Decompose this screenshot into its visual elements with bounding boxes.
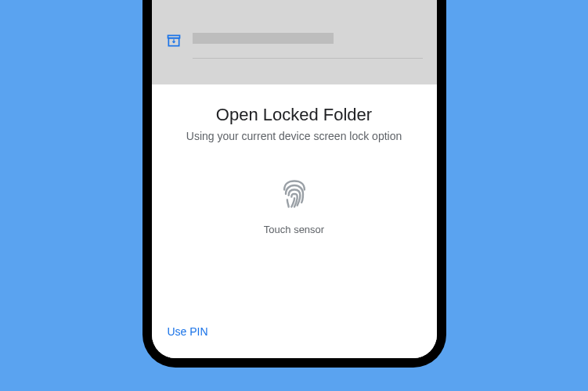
list-item — [152, 23, 437, 59]
phone-frame: Open Locked Folder Using your current de… — [142, 0, 446, 368]
archive-box-icon — [166, 33, 182, 48]
phone-screen: Open Locked Folder Using your current de… — [152, 0, 437, 358]
use-pin-button[interactable]: Use PIN — [168, 319, 208, 344]
placeholder-bar — [193, 33, 334, 44]
placeholder-divider — [193, 58, 423, 59]
placeholder-content — [193, 31, 423, 59]
sheet-footer: Use PIN — [168, 319, 421, 344]
fingerprint-sensor-area[interactable]: Touch sensor — [168, 177, 421, 235]
sheet-title: Open Locked Folder — [168, 105, 421, 125]
fingerprint-icon — [277, 177, 312, 211]
background-dimmed-area — [152, 0, 437, 84]
sheet-subtitle: Using your current device screen lock op… — [168, 130, 421, 142]
auth-bottom-sheet: Open Locked Folder Using your current de… — [152, 84, 437, 358]
touch-sensor-label: Touch sensor — [264, 224, 324, 235]
